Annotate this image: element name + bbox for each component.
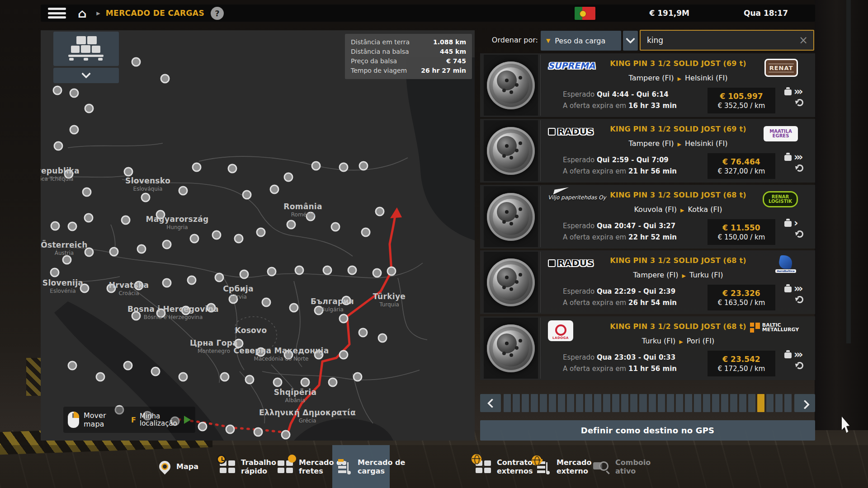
map-city-node[interactable]	[284, 351, 292, 359]
map-city-node[interactable]	[268, 267, 276, 276]
page-tick-active[interactable]	[757, 394, 764, 412]
route-map[interactable]: Polóniaá republikablica TchéquiaSlovensk…	[41, 30, 475, 441]
page-tick[interactable]	[775, 394, 783, 412]
map-city-node[interactable]	[240, 270, 248, 278]
map-city-node[interactable]	[212, 231, 221, 239]
set-gps-destination-button[interactable]: Definir como destino no GPS	[480, 420, 815, 441]
map-city-node[interactable]	[163, 240, 171, 249]
map-city-node[interactable]	[373, 269, 381, 277]
page-tick[interactable]	[658, 394, 665, 412]
map-city-node[interactable]	[307, 212, 315, 221]
cargo-listing[interactable]: Viljo paperitehdas Oy KING PIN 3 1/2 SOL…	[480, 185, 815, 249]
map-city-node[interactable]	[107, 284, 115, 292]
tab-mercado-externo[interactable]: Mercadoexterno	[534, 445, 591, 488]
page-tick[interactable]	[639, 394, 646, 412]
sort-dropdown-expand-button[interactable]	[623, 31, 638, 51]
map-city-node[interactable]	[142, 193, 150, 202]
page-tick[interactable]	[766, 394, 774, 412]
map-city-node[interactable]	[257, 348, 265, 356]
map-city-node[interactable]	[340, 351, 348, 359]
map-city-node[interactable]	[51, 222, 59, 230]
map-city-node[interactable]	[331, 223, 340, 231]
map-city-node[interactable]	[340, 314, 348, 323]
map-city-node[interactable]	[53, 86, 61, 94]
map-city-node[interactable]	[315, 306, 323, 314]
map-city-node[interactable]	[376, 207, 384, 216]
tab-mercado-de-cargas[interactable]: Mercado decargas	[338, 445, 405, 488]
map-city-node[interactable]	[70, 89, 78, 97]
cargo-listing[interactable]: SUPREMA KING PIN 3 1/2 SOLID JOST (69 t)…	[480, 53, 815, 117]
page-tick[interactable]	[558, 394, 565, 412]
map-city-node[interactable]	[323, 266, 331, 274]
menu-icon[interactable]	[48, 8, 66, 19]
map-city-node[interactable]	[179, 373, 187, 381]
map-city-node[interactable]	[282, 431, 290, 439]
collapse-panel-button[interactable]	[53, 68, 119, 83]
page-tick[interactable]	[694, 394, 701, 412]
map-city-node[interactable]	[193, 163, 201, 171]
map-city-node[interactable]	[378, 334, 387, 342]
map-city-node[interactable]	[243, 191, 251, 199]
map-city-node[interactable]	[135, 282, 143, 290]
map-city-node[interactable]	[342, 296, 350, 305]
page-tick[interactable]	[513, 394, 520, 412]
map-city-node[interactable]	[301, 378, 309, 386]
map-city-node[interactable]	[70, 126, 78, 134]
map-city-node[interactable]	[284, 173, 292, 181]
page-tick[interactable]	[630, 394, 637, 412]
map-city-node[interactable]	[80, 284, 89, 292]
cargo-listing[interactable]: LADOGA KING PIN 3 1/2 SOLID JOST (68 t) …	[480, 316, 815, 380]
search-input[interactable]	[641, 36, 799, 45]
page-tick[interactable]	[748, 394, 755, 412]
page-tick[interactable]	[504, 394, 511, 412]
prev-page-button[interactable]	[480, 394, 501, 412]
page-tick[interactable]	[667, 394, 674, 412]
page-tick[interactable]	[612, 394, 619, 412]
map-city-node[interactable]	[163, 279, 171, 287]
map-city-node[interactable]	[96, 373, 104, 381]
map-city-node[interactable]	[228, 164, 236, 173]
map-city-node[interactable]	[229, 295, 237, 303]
page-tick[interactable]	[540, 394, 547, 412]
map-city-node[interactable]	[54, 142, 62, 150]
map-city-node[interactable]	[179, 187, 187, 195]
map-city-node[interactable]	[354, 373, 362, 381]
map-city-node[interactable]	[190, 235, 198, 243]
map-city-node[interactable]	[65, 170, 73, 178]
map-city-node[interactable]	[207, 304, 215, 312]
page-tick[interactable]	[784, 394, 792, 412]
map-city-node[interactable]	[122, 216, 130, 224]
tab-trabalho-rapido[interactable]: Trabalhorápido	[220, 445, 276, 488]
map-city-node[interactable]	[85, 248, 93, 256]
map-city-node[interactable]	[215, 273, 223, 282]
map-city-node[interactable]	[235, 339, 243, 347]
page-tick[interactable]	[594, 394, 601, 412]
cargo-listing[interactable]: RADUS KING PIN 3 1/2 SOLID JOST (69 t) M…	[480, 119, 815, 183]
tab-mapa[interactable]: Mapa	[159, 445, 198, 488]
page-tick[interactable]	[721, 394, 728, 412]
map-city-node[interactable]	[226, 425, 234, 433]
clear-search-icon[interactable]: ×	[799, 35, 808, 46]
map-city-node[interactable]	[124, 361, 132, 370]
map-city-node[interactable]	[340, 163, 348, 171]
map-city-node[interactable]	[257, 228, 265, 236]
page-tick[interactable]	[730, 394, 737, 412]
page-tick[interactable]	[585, 394, 592, 412]
page-tick[interactable]	[739, 394, 746, 412]
page-tick[interactable]	[712, 394, 719, 412]
page-tick[interactable]	[549, 394, 556, 412]
map-city-node[interactable]	[312, 162, 320, 170]
map-city-node[interactable]	[198, 422, 207, 431]
page-tick[interactable]	[649, 394, 656, 412]
next-page-button[interactable]	[794, 394, 815, 412]
cargo-type-button[interactable]	[53, 32, 119, 66]
map-city-node[interactable]	[348, 266, 356, 274]
map-city-node[interactable]	[157, 309, 165, 317]
map-city-node[interactable]	[329, 378, 337, 386]
map-city-node[interactable]	[221, 373, 229, 381]
map-city-node[interactable]	[359, 328, 367, 337]
sort-dropdown[interactable]: ▼ Peso da carga	[541, 31, 621, 51]
map-city-node[interactable]	[270, 185, 278, 193]
map-city-node[interactable]	[287, 221, 295, 229]
page-tick[interactable]	[522, 394, 529, 412]
